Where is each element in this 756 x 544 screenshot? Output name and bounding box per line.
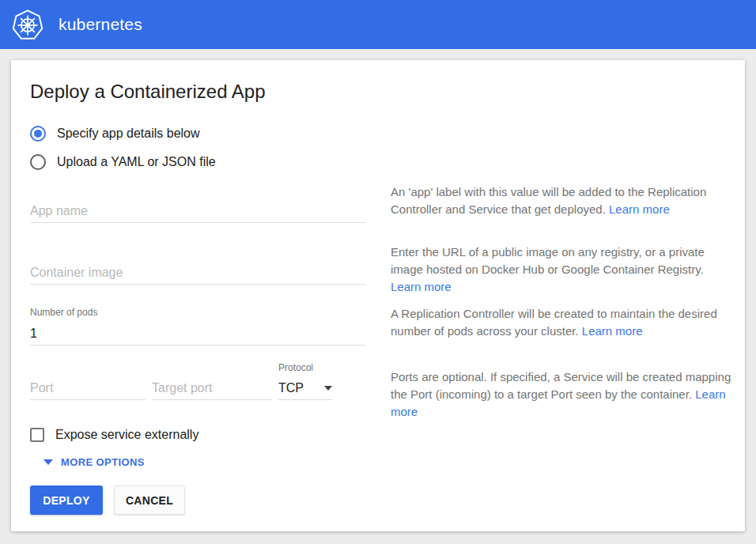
app-header: kubernetes (0, 0, 756, 49)
number-of-pods-input[interactable] (30, 322, 365, 346)
learn-more-link-number-of-pods[interactable]: Learn more (582, 324, 643, 338)
container-image-input[interactable] (30, 261, 365, 285)
deploy-button[interactable]: DEPLOY (30, 485, 103, 515)
protocol-label: Protocol (278, 362, 313, 373)
radio-label-upload-yaml: Upload a YAML or JSON file (57, 155, 216, 169)
deploy-card: Deploy a Containerized App Specify app d… (11, 60, 745, 531)
expose-service-checkbox-row[interactable]: Expose service externally (30, 428, 198, 442)
radio-selected-icon[interactable] (30, 126, 46, 142)
learn-more-link-container-image[interactable]: Learn more (391, 280, 452, 293)
help-number-of-pods-text: A Replication Controller will be created… (391, 307, 717, 338)
chevron-down-icon (324, 386, 332, 391)
port-input[interactable] (30, 376, 146, 400)
kubernetes-logo-icon (9, 6, 46, 43)
page: kubernetes Deploy a Containerized App Sp… (0, 0, 756, 544)
protocol-select[interactable]: TCP (278, 376, 332, 400)
radio-option-upload-yaml[interactable]: Upload a YAML or JSON file (30, 154, 216, 170)
brand-title: kubernetes (59, 15, 142, 34)
more-options-label: MORE OPTIONS (61, 456, 145, 468)
learn-more-link-app-name[interactable]: Learn more (609, 202, 670, 216)
help-container-image-text: Enter the URL of a public image on any r… (391, 245, 705, 276)
help-number-of-pods: A Replication Controller will be created… (391, 305, 735, 340)
triangle-down-icon (43, 459, 53, 465)
more-options-expander[interactable]: MORE OPTIONS (43, 456, 145, 468)
radio-option-specify-details[interactable]: Specify app details below (30, 126, 200, 142)
help-app-name: An 'app' label with this value will be a… (391, 183, 735, 218)
checkbox-unchecked-icon[interactable] (30, 428, 44, 442)
app-name-input[interactable] (30, 199, 365, 223)
radio-unselected-icon[interactable] (30, 154, 46, 170)
protocol-selected-value: TCP (278, 381, 304, 395)
help-container-image: Enter the URL of a public image on any r… (391, 244, 735, 296)
expose-service-label: Expose service externally (55, 428, 198, 442)
help-ports: Ports are optional. If specified, a Serv… (391, 368, 735, 421)
number-of-pods-label: Number of pods (30, 307, 97, 318)
target-port-input[interactable] (152, 376, 272, 400)
page-title: Deploy a Containerized App (30, 81, 266, 103)
radio-label-specify-details: Specify app details below (57, 127, 200, 141)
cancel-button[interactable]: CANCEL (114, 485, 185, 515)
help-ports-text: Ports are optional. If specified, a Serv… (391, 370, 731, 401)
